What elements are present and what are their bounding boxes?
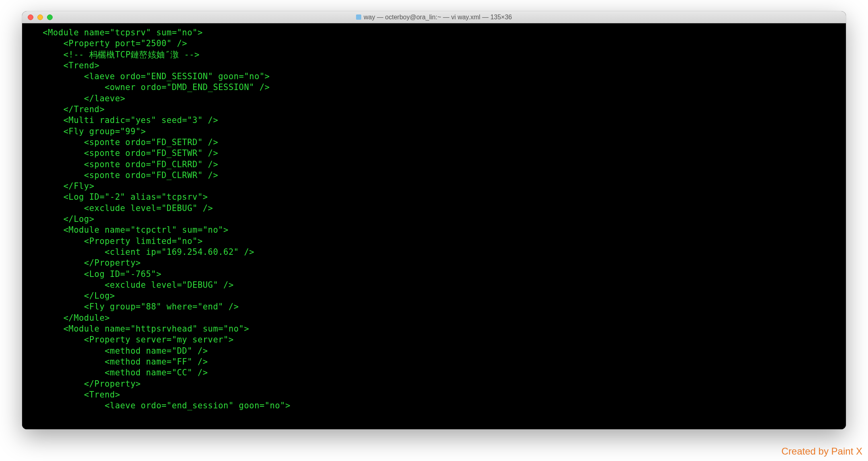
window-title: way — octerboy@ora_lin:~ — vi way.xml — … xyxy=(364,14,512,21)
terminal-window: way — octerboy@ora_lin:~ — vi way.xml — … xyxy=(22,11,846,429)
window-titlebar[interactable]: way — octerboy@ora_lin:~ — vi way.xml — … xyxy=(22,11,846,23)
maximize-icon[interactable] xyxy=(47,14,53,20)
traffic-lights xyxy=(28,14,53,20)
window-title-wrap: way — octerboy@ora_lin:~ — vi way.xml — … xyxy=(22,14,846,21)
terminal-body[interactable]: <Module name="tcpsrv" sum="no"> <Propert… xyxy=(22,23,846,429)
watermark-text: Created by Paint X xyxy=(782,446,862,457)
minimize-icon[interactable] xyxy=(37,14,43,20)
folder-icon xyxy=(356,14,361,20)
terminal-text[interactable]: <Module name="tcpsrv" sum="no"> <Propert… xyxy=(22,27,846,411)
close-icon[interactable] xyxy=(28,14,33,20)
